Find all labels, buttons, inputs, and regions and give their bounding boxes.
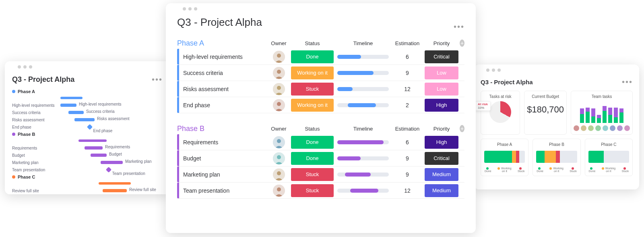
gantt-bar[interactable]: Risks assessment xyxy=(74,118,95,121)
priority-cell[interactable]: Low xyxy=(425,67,458,79)
task-name-cell[interactable]: Team presentation xyxy=(183,187,268,194)
mini-avatar[interactable] xyxy=(588,125,594,131)
status-cell[interactable]: Done xyxy=(291,152,334,165)
task-row[interactable]: Marketing plan Stuck 9 Medium xyxy=(177,166,464,183)
gantt-summary-bar[interactable] xyxy=(60,97,83,99)
more-menu-button[interactable]: ••• xyxy=(622,77,633,87)
timeline-cell[interactable] xyxy=(337,55,389,59)
add-column-button[interactable]: + xyxy=(460,40,464,47)
gantt-row[interactable]: High-level requirements High-level requi… xyxy=(12,102,163,108)
task-row[interactable]: Success criteria Working on it 9 Low xyxy=(177,65,464,81)
gantt-bar[interactable]: Marketing plan xyxy=(101,161,123,164)
task-row[interactable]: Risks assessment Stuck 12 Low xyxy=(177,81,464,97)
task-row[interactable]: Requirements Done 6 High xyxy=(177,134,464,150)
task-name-cell[interactable]: Risks assessment xyxy=(183,86,268,92)
gantt-milestone-icon[interactable]: Team presentation xyxy=(106,167,111,173)
status-cell[interactable]: Done xyxy=(291,136,334,149)
phase-progress-card[interactable]: Phase A Done Working on it Stuck xyxy=(481,139,528,176)
task-row[interactable]: Team presentation Stuck 12 Medium xyxy=(177,183,464,199)
task-row[interactable]: End phase Working on it 2 High xyxy=(177,97,464,113)
add-column-button[interactable]: + xyxy=(460,125,464,132)
estimation-cell[interactable]: 6 xyxy=(391,54,423,60)
more-menu-button[interactable]: ••• xyxy=(454,22,464,31)
gantt-bar[interactable]: High-level requirements xyxy=(60,104,76,107)
priority-cell[interactable]: High xyxy=(425,99,458,112)
column-header-priority[interactable]: Priority xyxy=(423,126,460,132)
gantt-bar[interactable]: Budget xyxy=(91,154,107,157)
owner-avatar[interactable] xyxy=(273,185,285,197)
task-name-cell[interactable]: Marketing plan xyxy=(183,171,268,178)
tasks-at-risk-card[interactable]: Tasks at risk At risk 33% xyxy=(481,91,520,135)
priority-cell[interactable]: Low xyxy=(425,83,458,96)
status-cell[interactable]: Stuck xyxy=(291,168,334,181)
gantt-row[interactable]: Marketing plan Marketing plan xyxy=(12,159,163,166)
owner-avatar[interactable] xyxy=(273,51,285,63)
status-cell[interactable]: Done xyxy=(291,50,334,63)
priority-cell[interactable]: Critical xyxy=(425,152,458,165)
budget-card[interactable]: Current Budget $180,700 xyxy=(524,91,567,135)
timeline-cell[interactable] xyxy=(337,173,389,177)
timeline-cell[interactable] xyxy=(337,140,389,144)
more-menu-button[interactable]: ••• xyxy=(152,75,163,84)
mini-avatar[interactable] xyxy=(574,125,579,131)
mini-avatar[interactable] xyxy=(617,125,623,131)
gantt-row[interactable]: Success criteria Success criteria xyxy=(12,109,163,116)
gantt-bar[interactable]: Requirements xyxy=(85,146,103,150)
priority-cell[interactable]: Medium xyxy=(425,168,458,181)
gantt-row[interactable]: Requirements Requirements xyxy=(12,145,163,151)
gantt-row[interactable]: Team presentation Team presentation xyxy=(12,166,163,173)
task-name-cell[interactable]: Budget xyxy=(183,155,268,162)
gantt-row[interactable]: End phase End phase xyxy=(12,124,163,130)
estimation-cell[interactable]: 9 xyxy=(391,171,423,178)
gantt-milestone-icon[interactable]: End phase xyxy=(87,124,93,130)
group-title[interactable]: Phase B xyxy=(177,125,268,133)
phase-progress-card[interactable]: Phase C Done Working on it Stuck xyxy=(585,139,633,176)
task-name-cell[interactable]: End phase xyxy=(183,102,268,108)
gantt-bar[interactable]: Success criteria xyxy=(68,111,84,114)
team-tasks-card[interactable]: Team tasks xyxy=(571,91,633,135)
priority-cell[interactable]: Critical xyxy=(425,50,458,63)
column-header-priority[interactable]: Priority xyxy=(423,40,460,46)
owner-avatar[interactable] xyxy=(273,99,285,111)
mini-avatar[interactable] xyxy=(581,125,586,131)
gantt-row[interactable]: Risks assessment Risks assessment xyxy=(12,116,163,123)
estimation-cell[interactable]: 9 xyxy=(391,155,423,162)
group-title[interactable]: Phase A xyxy=(177,39,268,48)
status-cell[interactable]: Stuck xyxy=(291,184,334,197)
task-name-cell[interactable]: High-level requirements xyxy=(183,54,268,60)
column-header-owner[interactable]: Owner xyxy=(268,40,290,46)
task-name-cell[interactable]: Requirements xyxy=(183,139,268,146)
status-cell[interactable]: Stuck xyxy=(291,83,334,96)
estimation-cell[interactable]: 9 xyxy=(391,70,423,76)
column-header-timeline[interactable]: Timeline xyxy=(335,126,391,132)
owner-avatar[interactable] xyxy=(273,136,285,148)
column-header-owner[interactable]: Owner xyxy=(268,126,290,132)
owner-avatar[interactable] xyxy=(273,152,285,164)
column-header-timeline[interactable]: Timeline xyxy=(335,40,391,46)
timeline-cell[interactable] xyxy=(337,103,389,107)
column-header-status[interactable]: Status xyxy=(290,40,335,46)
mini-avatar[interactable] xyxy=(624,125,630,131)
status-cell[interactable]: Working on it xyxy=(291,99,334,112)
phase-progress-card[interactable]: Phase B Done Working on it Stuck xyxy=(533,139,580,176)
status-cell[interactable]: Working on it xyxy=(291,67,334,79)
timeline-cell[interactable] xyxy=(337,71,389,75)
timeline-cell[interactable] xyxy=(337,189,389,193)
column-header-estimation[interactable]: Estimation xyxy=(391,126,423,132)
estimation-cell[interactable]: 2 xyxy=(391,102,423,108)
task-row[interactable]: Budget Done 9 Critical xyxy=(177,150,464,166)
priority-cell[interactable]: Medium xyxy=(425,184,458,197)
timeline-cell[interactable] xyxy=(337,156,389,160)
gantt-phase-header[interactable]: Phase B xyxy=(12,132,163,137)
owner-avatar[interactable] xyxy=(273,67,285,79)
mini-avatar[interactable] xyxy=(610,125,615,131)
priority-cell[interactable]: High xyxy=(425,136,458,149)
mini-avatar[interactable] xyxy=(603,125,608,131)
gantt-summary-bar[interactable] xyxy=(99,182,131,185)
gantt-summary-bar[interactable] xyxy=(78,139,107,142)
estimation-cell[interactable]: 12 xyxy=(391,187,423,194)
gantt-bar[interactable]: Review full site xyxy=(103,189,127,192)
gantt-row[interactable]: Budget Budget xyxy=(12,152,163,158)
owner-avatar[interactable] xyxy=(273,168,285,181)
gantt-phase-header[interactable]: Phase A xyxy=(12,89,163,94)
